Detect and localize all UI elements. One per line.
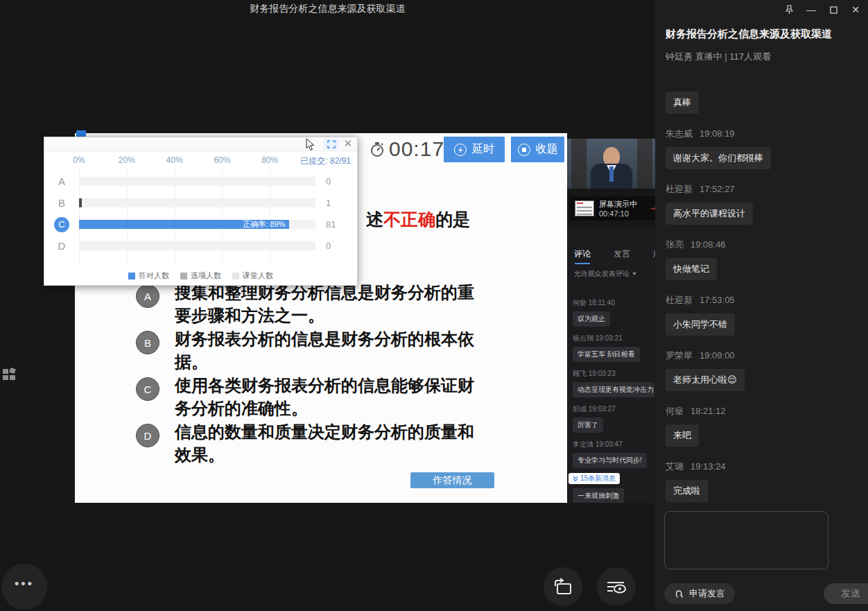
chat-bubble: 完成啦 [666, 480, 708, 502]
comments-panel: 评论 发言 观看 允许观众发表评论 何燊 18:11:40 叹为观止 杨云翔 1… [567, 229, 655, 503]
chat-meta: 何燊18:21:12 [666, 405, 862, 418]
option-b: B 财务报表分析的信息是财务分析的根本依据。 [136, 327, 485, 373]
comment-meta: 李定清 19:03:47 [573, 440, 652, 449]
option-a: A 搜集和整理财务分析信息是财务分析的重要步骤和方法之一。 [136, 281, 485, 327]
tab-comments[interactable]: 评论 [574, 248, 591, 264]
timer-value: 00:17 [389, 137, 444, 161]
comment-bubble: 学富五车 刮目相看 [573, 347, 640, 362]
exit-share-icon[interactable]: ⇥ [650, 203, 655, 214]
axis-tick: 20% [119, 155, 135, 165]
poll-chart: 0% 20% 40% 60% 80% 已提交: 82/91 A 0 B [44, 151, 357, 285]
chat-bubble: 来吧 [666, 424, 699, 447]
comment-bubble: 专业学习与时代同步! [573, 453, 647, 468]
screen-share-thumbnail [575, 200, 594, 216]
chat-meta: 杜迎新17:52:27 [666, 183, 862, 196]
axis-tick: 60% [214, 155, 230, 165]
poll-legend: 答对人数 选项人数 课堂人数 [44, 270, 357, 281]
chat-bubble: 小朱同学不错 [666, 313, 735, 336]
plus-circle-icon: + [454, 144, 467, 156]
window-title: 财务报告分析之信息来源及获取渠道 [0, 3, 655, 15]
chat-meta: 罗荣翠19:09:00 [666, 350, 862, 362]
stream-title: 财务报告分析之信息来源及获取渠道 [666, 28, 861, 41]
request-speak-button[interactable]: 申请发言 [664, 583, 735, 604]
viewer-list-button[interactable] [597, 567, 636, 606]
screen-share-strip[interactable]: 屏幕演示中 00:47:10 ⇥ [570, 196, 655, 221]
fullscreen-icon[interactable] [324, 139, 338, 150]
comment-meta: 杨云翔 19:03:21 [573, 334, 652, 343]
submitted-count: 已提交: 82/91 [300, 155, 351, 167]
poll-count: 0 [315, 176, 357, 187]
background-panel [571, 139, 587, 189]
option-c-badge: C [136, 377, 159, 401]
chat-meta: 艾璐19:13:24 [666, 461, 862, 473]
option-c: C 使用各类财务报表分析的信息能够保证财务分析的准确性。 [136, 374, 485, 420]
comment-bubble: 厉害了 [573, 418, 603, 433]
question-highlight: 不正确 [383, 209, 435, 229]
poll-row-a: A 0 [44, 171, 357, 192]
screen-share-time: 00:47:10 [599, 209, 637, 218]
minimize-icon[interactable]: — [806, 4, 817, 15]
chat-meta: 朱志威19:08:19 [666, 128, 862, 140]
chat-meta: 张亮19:08:46 [666, 239, 862, 251]
poll-results-window: ✕ 0% 20% 40% 60% 80% 已提交: 82/91 A 0 [44, 137, 358, 286]
answer-status-button[interactable]: 作答情况 [410, 472, 494, 488]
live-class-window: 财务报告分析之信息来源及获取渠道 00:17 + 延时 收题 述不正确的是 A … [0, 0, 868, 611]
collect-question-button[interactable]: 收题 [511, 137, 564, 162]
tab-speak[interactable]: 发言 [614, 248, 630, 264]
presenter-video[interactable] [567, 139, 655, 189]
poll-row-d: D 0 [44, 235, 357, 257]
comment-bubble: 动态呈现更有视觉冲击力 [573, 382, 654, 397]
close-icon[interactable]: ✕ [850, 4, 861, 15]
legend-swatch-gray [180, 273, 187, 279]
comments-list: 何燊 18:11:40 叹为观止 杨云翔 19:03:21 学富五车 刮目相看 … [573, 294, 652, 503]
chat-meta: 杜迎新17:53:05 [666, 294, 862, 307]
chat-bubble: 高水平的课程设计 [666, 203, 753, 225]
question-text: 述不正确的是 [366, 208, 470, 231]
new-messages-badge[interactable]: 15条新消息 [568, 473, 620, 484]
switch-screen-button[interactable] [544, 567, 582, 606]
chat-bubble: 谢谢大家。你们都很棒 [666, 147, 771, 169]
legend-swatch-blue [128, 273, 135, 279]
poll-count: 0 [315, 241, 357, 251]
comment-meta: 邹成 19:03:27 [573, 404, 652, 414]
screen-switch-icon [553, 578, 573, 596]
delay-button[interactable]: + 延时 [444, 137, 505, 162]
comment-bubble: 叹为观止 [573, 311, 610, 327]
poll-row-b: B 1 [44, 192, 357, 214]
ellipsis-icon: ••• [15, 580, 34, 593]
apps-grid-icon[interactable] [3, 368, 16, 381]
legend-swatch-light [232, 273, 239, 279]
option-a-badge: A [136, 284, 159, 308]
list-eye-icon [606, 579, 627, 594]
double-chevron-down-icon [573, 476, 578, 482]
comment-permission-dropdown[interactable]: 允许观众发表评论 [574, 269, 636, 279]
accuracy-label: 正确率: 89% [243, 219, 289, 230]
send-button[interactable]: 发送 [824, 583, 868, 604]
axis-tick: 40% [166, 155, 183, 165]
option-d-badge: D [136, 424, 159, 447]
chevron-down-icon [632, 273, 636, 275]
mouse-cursor [306, 138, 315, 151]
option-b-badge: B [136, 331, 159, 354]
screen-share-label: 屏幕演示中 [599, 199, 637, 209]
axis-tick: 80% [261, 155, 278, 165]
maximize-icon[interactable] [828, 4, 839, 15]
axis-tick: 0% [73, 155, 85, 165]
stop-circle-icon [518, 144, 530, 156]
chat-bubble: 真棒 [666, 92, 699, 114]
pin-icon[interactable] [783, 4, 795, 15]
chat-bubble: 老师太用心啦😌 [666, 369, 745, 391]
stopwatch-icon [370, 141, 385, 157]
more-options-button[interactable]: ••• [1, 564, 47, 610]
option-d: D 信息的数量和质量决定财务分析的质量和效果。 [136, 420, 485, 466]
stream-status: 钟廷勇 直播中 | 117人观看 [666, 51, 771, 63]
poll-axis-ticks: 0% 20% 40% 60% 80% [79, 155, 318, 165]
poll-row-c: C 正确率: 89% 81 [44, 214, 357, 235]
comment-meta: 顾飞 19:03:23 [573, 369, 652, 379]
close-icon[interactable]: ✕ [342, 137, 354, 150]
correct-option-badge: C [54, 217, 69, 232]
speaker-head-icon [674, 588, 685, 599]
chat-input[interactable] [664, 511, 828, 569]
quiz-timer: 00:17 [370, 137, 444, 161]
poll-count: 81 [315, 219, 357, 230]
